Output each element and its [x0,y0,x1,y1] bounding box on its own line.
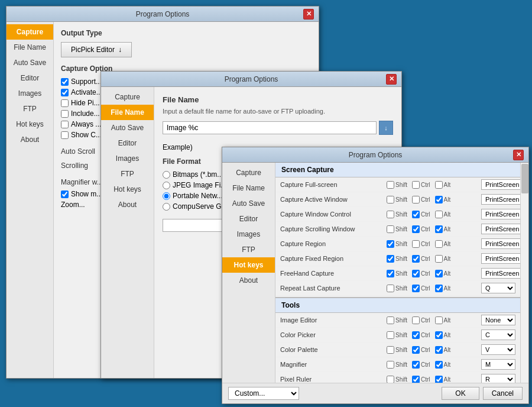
hk-colorpicker-shift[interactable] [387,331,394,339]
sidebar-item-images-1[interactable]: Images [7,86,53,101]
hk-repeat-key[interactable]: Q [481,283,515,293]
hk-fullscreen-ctrl[interactable] [412,181,420,189]
hk-pixelruler-label: Pixel Ruler [280,376,387,383]
hk-freehand-alt[interactable] [435,270,443,277]
hk-colorpalette-key[interactable]: V [481,344,515,355]
hk-fullscreen-shift[interactable] [387,181,394,189]
hk-pixelruler-key[interactable]: R [481,374,515,383]
hk-colorpalette-ctrl[interactable] [412,346,420,354]
hk-fullscreen-key[interactable]: PrintScreen [481,179,520,190]
radio-gif[interactable] [163,203,170,211]
radio-bmp[interactable] [163,171,170,179]
hk-scrolling-key[interactable]: PrintScreen [481,224,520,234]
hk-imageeditor-ctrl[interactable] [412,316,420,324]
checkbox-include[interactable] [61,110,69,118]
hk-colorpalette-alt[interactable] [435,346,443,354]
hk-region-shift[interactable] [387,240,394,248]
hk-fixed-alt[interactable] [435,255,443,263]
hk-scrolling-ctrl[interactable] [412,225,420,233]
sidebar2-item-ftp[interactable]: FTP [101,166,154,182]
hk-active-alt[interactable] [435,196,443,204]
hk-active-ctrl[interactable] [412,196,420,204]
sidebar2-item-capture[interactable]: Capture [101,89,154,105]
hk-control-key[interactable]: PrintScreen [481,209,520,219]
hk-pixelruler-ctrl[interactable] [412,376,420,383]
hk-control-ctrl[interactable] [412,211,420,218]
checkbox-support[interactable] [61,78,69,86]
checkbox-hidepi[interactable] [61,99,69,107]
hk-repeat-shift[interactable] [387,285,394,292]
hk-active-shift[interactable] [387,196,394,204]
hk-fixed-ctrl[interactable] [412,255,420,263]
checkbox-always[interactable] [61,121,69,128]
hk-colorpicker-ctrl[interactable] [412,331,420,339]
custom-dropdown[interactable]: Custom... [228,387,299,400]
sidebar-item-editor-1[interactable]: Editor [7,70,53,86]
sidebar2-item-autosave[interactable]: Auto Save [101,120,154,135]
hk-freehand-shift[interactable] [387,270,394,277]
hk-scrolling-alt[interactable] [435,225,443,233]
hk-region-alt[interactable] [435,240,443,248]
close-btn-3[interactable]: ✕ [513,150,524,160]
sidebar3-item-capture[interactable]: Capture [222,165,275,180]
close-btn-1[interactable]: ✕ [303,9,314,20]
hk-magnifier-shift[interactable] [387,361,394,369]
hk-imageeditor-alt[interactable] [435,316,443,324]
hk-pixelruler-shift[interactable] [387,376,394,383]
sidebar3-item-filename[interactable]: File Name [222,180,275,196]
checkbox-activate[interactable] [61,89,69,96]
sidebar-item-ftp-1[interactable]: FTP [7,101,53,117]
radio-png[interactable] [163,192,170,200]
hk-imageeditor-key[interactable]: None [481,315,515,325]
sidebar3-item-about[interactable]: About [222,273,275,288]
sidebar2-item-editor[interactable]: Editor [101,135,154,151]
checkbox-showc[interactable] [61,131,69,139]
sidebar-2: Capture File Name Auto Save Editor Image… [101,87,154,378]
radio-jpeg[interactable] [163,182,170,189]
sidebar2-item-images[interactable]: Images [101,151,154,166]
hk-control-shift[interactable] [387,211,394,218]
hk-pixelruler-alt[interactable] [435,376,443,383]
filename-input[interactable] [163,121,377,134]
hk-magnifier-alt[interactable] [435,361,443,369]
hk-repeat-ctrl[interactable] [412,285,420,292]
close-btn-2[interactable]: ✕ [386,74,397,85]
ok-button[interactable]: OK [442,387,479,400]
sidebar-item-filename-1[interactable]: File Name [7,40,53,55]
sidebar3-item-hotkeys[interactable]: Hot keys [222,257,275,273]
hk-magnifier-key[interactable]: M [481,359,515,370]
hk-active-alt-group: Alt [435,196,451,204]
hk-fixed-key[interactable]: PrintScreen [481,253,520,264]
hk-repeat-alt[interactable] [435,285,443,292]
sidebar3-item-ftp[interactable]: FTP [222,242,275,257]
sidebar2-item-about[interactable]: About [101,197,154,212]
sidebar-item-hotkeys-1[interactable]: Hot keys [7,117,53,132]
picpick-editor-button[interactable]: PicPick Editor ↓ [61,42,132,57]
hk-fixed-shift[interactable] [387,255,394,263]
hk-freehand-ctrl[interactable] [412,270,420,277]
sidebar-item-autosave-1[interactable]: Auto Save [7,55,53,70]
filename-dropdown-btn[interactable]: ↓ [379,121,393,135]
scrollbar[interactable] [520,163,528,383]
hk-colorpicker-alt[interactable] [435,331,443,339]
cancel-button[interactable]: Cancel [483,387,523,400]
sidebar3-item-images[interactable]: Images [222,227,275,242]
hk-imageeditor-shift[interactable] [387,316,394,324]
sidebar-item-about-1[interactable]: About [7,132,53,147]
hk-active-key[interactable]: PrintScreen [481,194,520,205]
checkbox-showm-input[interactable] [61,190,69,198]
hk-region-ctrl[interactable] [412,240,420,248]
hk-control-alt[interactable] [435,211,443,218]
hk-fullscreen-alt[interactable] [435,181,443,189]
sidebar3-item-editor[interactable]: Editor [222,211,275,227]
sidebar2-item-hotkeys[interactable]: Hot keys [101,182,154,197]
hk-scrolling-shift[interactable] [387,225,394,233]
sidebar3-item-autosave[interactable]: Auto Save [222,196,275,211]
hk-colorpalette-shift[interactable] [387,346,394,354]
sidebar2-item-filename[interactable]: File Name [101,105,154,120]
hk-freehand-key[interactable]: PrintScreen [481,268,520,279]
hk-magnifier-ctrl[interactable] [412,361,420,369]
hk-region-key[interactable]: PrintScreen [481,238,520,249]
sidebar-item-capture-1[interactable]: Capture [7,24,53,40]
hk-colorpicker-key[interactable]: C [481,330,515,340]
